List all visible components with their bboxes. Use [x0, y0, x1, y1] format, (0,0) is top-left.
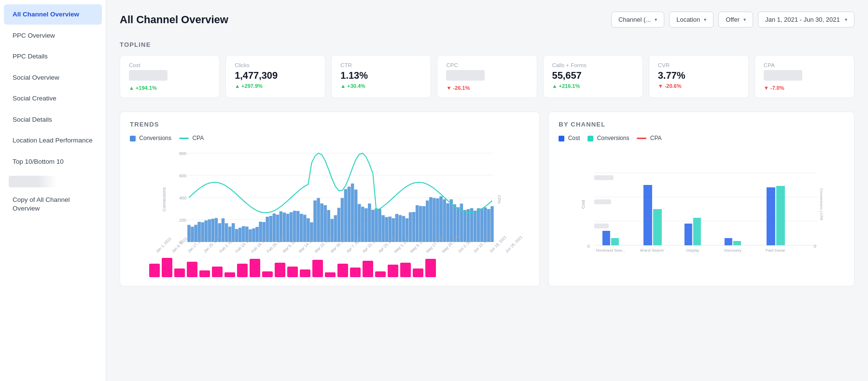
metric-value — [129, 70, 210, 83]
sidebar-item-copy-of-all-channel-overview[interactable]: Copy of All Channel Overview — [4, 190, 102, 218]
pink-bar — [363, 261, 373, 277]
svg-rect-97 — [480, 209, 484, 242]
pink-bar — [237, 264, 248, 277]
svg-rect-111 — [653, 209, 662, 245]
metric-value: 1.13% — [340, 70, 422, 81]
pink-bar — [275, 263, 285, 277]
metric-value — [764, 70, 845, 83]
svg-rect-87 — [446, 203, 449, 242]
svg-text:Paid Social: Paid Social — [766, 248, 785, 253]
svg-rect-25 — [235, 229, 238, 242]
conversions-legend: Conversions — [130, 135, 171, 141]
sidebar-item-top-10/bottom-10[interactable]: Top 10/Bottom 10 — [4, 152, 102, 172]
svg-text:200: 200 — [179, 218, 186, 223]
by-channel-chart: Cost 0 — [559, 146, 844, 262]
offer-filter[interactable]: Offer ▾ — [718, 12, 753, 28]
metric-card-ctr: CTR1.13%▲ +30.4% — [331, 55, 431, 98]
svg-rect-50 — [320, 203, 323, 242]
svg-rect-26 — [238, 228, 242, 242]
pink-bar — [312, 260, 323, 277]
svg-rect-65 — [371, 210, 375, 242]
svg-rect-45 — [303, 215, 307, 242]
location-filter[interactable]: Location ▾ — [669, 12, 714, 28]
svg-rect-112 — [685, 224, 692, 245]
metric-change: ▼ -7.0% — [764, 85, 845, 91]
svg-rect-41 — [290, 212, 293, 242]
sidebar-item-ppc-overview[interactable]: PPC Overview — [4, 26, 102, 46]
conversions-legend: Conversions — [588, 135, 629, 141]
metric-change: ▼ -20.6% — [658, 83, 740, 89]
sidebar-item-social-overview[interactable]: Social Overview — [4, 68, 102, 88]
sidebar-item-location-lead-performance[interactable]: Location Lead Performance — [4, 130, 102, 151]
svg-rect-114 — [725, 238, 732, 245]
svg-rect-27 — [242, 226, 245, 242]
metric-change: ▲ +216.1% — [552, 83, 634, 89]
metric-card-cpa: CPA▼ -7.0% — [755, 55, 854, 98]
svg-rect-30 — [252, 228, 255, 242]
pink-bar — [325, 272, 336, 277]
svg-rect-117 — [776, 186, 785, 245]
chevron-down-icon: ▾ — [743, 17, 746, 22]
metric-card-calls-forms: Calls + Forms55,657▲ +216.1% — [543, 55, 643, 98]
svg-rect-21 — [222, 218, 225, 242]
svg-rect-40 — [286, 214, 290, 242]
channel-filter[interactable]: Channel (... ▾ — [611, 12, 664, 28]
trends-title: TRENDS — [130, 121, 530, 128]
svg-rect-56 — [341, 198, 344, 242]
pink-bar — [224, 272, 235, 277]
metric-card-cvr: CVR3.77%▼ -20.6% — [649, 55, 749, 98]
metric-value: 3.77% — [658, 70, 740, 81]
pink-bar — [162, 258, 172, 277]
svg-rect-100 — [490, 206, 494, 242]
sidebar: All Channel OverviewPPC OverviewPPC Deta… — [0, 0, 106, 381]
pink-bar — [413, 268, 423, 277]
svg-rect-18 — [211, 219, 215, 242]
metric-label: CVR — [658, 62, 740, 68]
trends-panel: TRENDS Conversions CPA Conversions 800 — [120, 112, 540, 286]
cpa-legend: CPA — [179, 135, 204, 141]
bar-icon — [588, 136, 593, 141]
metric-card-cpc: CPC▼ -26.1% — [437, 55, 537, 98]
svg-rect-78 — [416, 205, 419, 242]
svg-text:600: 600 — [179, 173, 186, 178]
date-range-filter[interactable]: Jan 1, 2021 - Jun 30, 2021 ▾ — [758, 12, 854, 28]
metric-value: 55,657 — [552, 70, 634, 81]
sidebar-item-social-creative[interactable]: Social Creative — [4, 88, 102, 109]
svg-rect-22 — [225, 223, 228, 242]
svg-text:Cost: Cost — [581, 199, 586, 209]
main-content: All Channel Overview Channel (... ▾ Loca… — [106, 0, 868, 381]
svg-rect-91 — [460, 204, 463, 242]
pink-bar — [250, 259, 260, 277]
svg-rect-109 — [611, 238, 619, 245]
svg-rect-84 — [436, 198, 439, 242]
svg-rect-125 — [594, 175, 614, 180]
pink-bar — [350, 268, 361, 277]
pink-bar — [174, 268, 185, 277]
topline-section: TOPLINE Cost▲ +194.1%Clicks1,477,309▲ +2… — [120, 41, 854, 98]
metric-change: ▲ +194.1% — [129, 85, 210, 91]
metric-card-clicks: Clicks1,477,309▲ +297.9% — [225, 55, 325, 98]
chevron-down-icon: ▾ — [655, 17, 657, 22]
svg-rect-54 — [334, 215, 337, 242]
svg-rect-115 — [733, 241, 741, 245]
metric-change: ▼ -26.1% — [446, 85, 528, 91]
svg-rect-12 — [191, 226, 194, 242]
svg-rect-35 — [269, 216, 272, 242]
pink-bar — [287, 267, 298, 277]
svg-rect-127 — [594, 224, 609, 228]
svg-rect-44 — [300, 214, 303, 242]
bar-icon — [130, 136, 136, 141]
sidebar-item-all-channel-overview[interactable]: All Channel Overview — [4, 4, 102, 25]
sidebar-item-ppc-details[interactable]: PPC Details — [4, 46, 102, 67]
pink-bar — [425, 259, 436, 277]
filter-bar: Channel (... ▾ Location ▾ Offer ▾ Jan 1,… — [611, 12, 854, 28]
svg-rect-69 — [385, 217, 388, 242]
svg-rect-116 — [767, 187, 775, 245]
svg-rect-73 — [399, 215, 402, 242]
metric-label: Calls + Forms — [552, 62, 634, 68]
svg-rect-126 — [594, 199, 611, 204]
metric-change: ▲ +30.4% — [340, 83, 422, 89]
sidebar-item-social-details[interactable]: Social Details — [4, 110, 102, 130]
svg-rect-68 — [381, 215, 385, 242]
pink-bar — [388, 265, 398, 277]
